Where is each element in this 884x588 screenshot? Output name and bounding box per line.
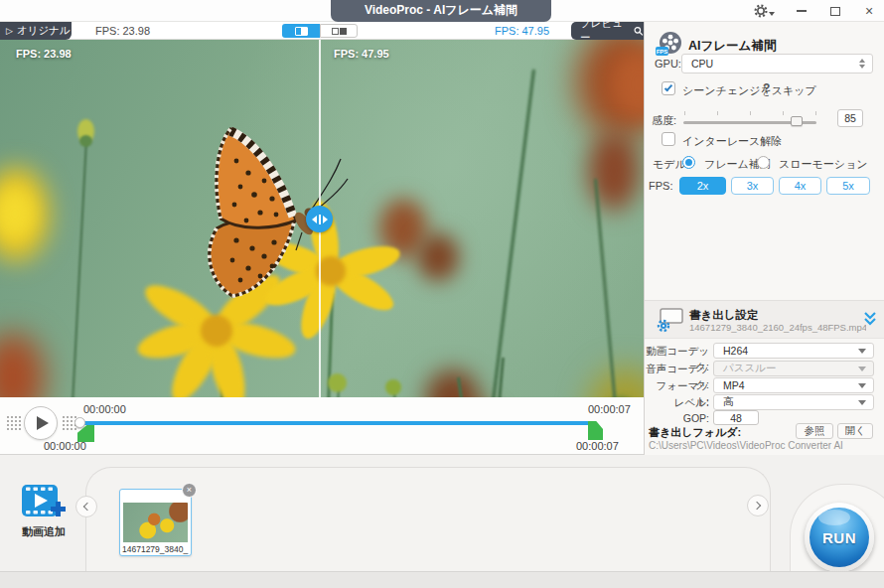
- left-fps-overlay: FPS: 23.98: [16, 48, 72, 60]
- maximize-button[interactable]: [826, 2, 844, 20]
- slider-tick: [783, 111, 784, 115]
- export-settings-header[interactable]: 書き出し設定 14671279_3840_2160_24fps_48FPS.mp…: [645, 301, 884, 339]
- level-select[interactable]: 高: [713, 394, 874, 410]
- play-outline-icon: ▷: [6, 26, 13, 36]
- browse-button[interactable]: 参照: [796, 423, 833, 439]
- checkmark-icon: [664, 83, 672, 92]
- preview-header: ▷ オリジナル FPS: 23.98 FPS: 47.95 プレビュー: [0, 22, 644, 40]
- level-label: レベル:: [645, 394, 709, 410]
- dropdown-arrow-icon: [858, 367, 866, 371]
- close-button[interactable]: ×: [860, 2, 878, 20]
- tab-preview[interactable]: プレビュー: [571, 22, 644, 40]
- expand-double-chevron-icon[interactable]: [863, 311, 877, 327]
- spinner-icon: [859, 59, 865, 69]
- remove-clip-button[interactable]: ×: [182, 483, 197, 498]
- trim-end-handle[interactable]: [588, 421, 603, 440]
- dropdown-arrow-icon: [858, 349, 866, 354]
- minimize-button[interactable]: [793, 2, 810, 20]
- svg-text:FPS: FPS: [657, 49, 668, 55]
- gop-input[interactable]: 48: [713, 410, 759, 425]
- stem: [70, 139, 87, 397]
- close-icon: ×: [187, 485, 192, 495]
- export-filename: 14671279_3840_2160_24fps_48FPS.mp4: [689, 322, 866, 333]
- deinterlace-checkbox[interactable]: [662, 132, 675, 146]
- sensitivity-value-box[interactable]: 85: [837, 109, 863, 127]
- skip-scene-checkbox[interactable]: [662, 81, 675, 95]
- app-window: VideoProc - AIフレーム補間 × ▷ オリジナル FPS: 23.9…: [0, 0, 884, 588]
- help-icon[interactable]: ?: [763, 81, 770, 95]
- scroll-left-button[interactable]: [75, 496, 97, 517]
- bottom-status-strip: [0, 571, 884, 588]
- timeline-bar: 00:00:00 00:00:07 00:00:00 00:00:07: [0, 397, 644, 455]
- play-button[interactable]: [24, 406, 58, 440]
- timeline-end-time-bottom: 00:00:07: [576, 440, 619, 452]
- video-clip-card[interactable]: × 14671279_3840_: [119, 489, 192, 556]
- format-select[interactable]: MP4: [713, 377, 874, 393]
- export-settings-title: 書き出し設定: [689, 308, 759, 323]
- split-view-button[interactable]: [282, 24, 320, 38]
- fps-2x-button[interactable]: 2x: [679, 177, 726, 195]
- timeline-start-time-top: 00:00:00: [83, 403, 126, 415]
- chevron-right-icon: [753, 502, 761, 510]
- drag-handle-grid[interactable]: [6, 415, 21, 432]
- video-preview[interactable]: FPS: 23.98 FPS: 47.95: [0, 40, 644, 397]
- gear-icon: [754, 4, 768, 18]
- add-video-label[interactable]: 動画追加: [16, 524, 72, 539]
- video-codec-select[interactable]: H264: [713, 343, 874, 359]
- model-option-2-label[interactable]: スローモーション: [779, 157, 868, 172]
- flower-bud: [385, 379, 401, 395]
- gop-label: GOP:: [645, 410, 709, 426]
- audio-codec-select[interactable]: パススルー: [713, 361, 874, 376]
- timeline-end-time-top: 00:00:07: [588, 403, 631, 415]
- side-by-side-view-button[interactable]: [320, 24, 358, 38]
- skip-scene-label: シーンチェンジをスキップ: [682, 83, 816, 98]
- model-radio-frame-interpolation[interactable]: [682, 156, 695, 169]
- clip-thumbnail: [123, 503, 188, 542]
- playhead-knob[interactable]: [74, 417, 85, 428]
- stem: [487, 70, 535, 397]
- fps-4x-button[interactable]: 4x: [779, 177, 821, 195]
- window-title: VideoProc - AIフレーム補間: [331, 0, 551, 22]
- add-video-icon: [20, 483, 70, 524]
- output-fps-label: FPS: 47.95: [495, 22, 549, 40]
- split-handle-bar: [319, 215, 321, 224]
- export-settings-icon: [657, 307, 684, 333]
- run-button[interactable]: RUN: [805, 503, 874, 572]
- sensitivity-slider-handle[interactable]: [791, 116, 803, 126]
- slider-tick: [750, 111, 751, 115]
- fps-3x-button[interactable]: 3x: [731, 177, 774, 195]
- original-tab-label: オリジナル: [17, 24, 71, 38]
- settings-panel: FPS AIフレーム補間 GPU: CPU シーンチェンジをスキップ ? 感度:…: [644, 22, 884, 455]
- fps-5x-button[interactable]: 5x: [826, 177, 870, 195]
- media-footer: 動画追加 × 14671279_3840_ RUN: [0, 455, 884, 571]
- settings-gear-button[interactable]: [751, 2, 777, 20]
- model-radio-slow-motion[interactable]: [757, 156, 770, 169]
- maximize-icon: [830, 7, 840, 16]
- fps-label: FPS:: [649, 180, 672, 192]
- source-fps-label: FPS: 23.98: [95, 22, 150, 40]
- chevron-left-icon: [83, 503, 91, 511]
- split-arrow-right-icon: [323, 216, 328, 223]
- flower-blur: [417, 233, 459, 281]
- run-button-gloss: [818, 510, 850, 525]
- flower-bud: [79, 135, 92, 147]
- sensitivity-label: 感度:: [652, 113, 676, 128]
- dropdown-arrow-icon: [858, 383, 866, 388]
- export-folder-label: 書き出しフォルダ:: [649, 425, 741, 440]
- open-button[interactable]: 開く: [837, 423, 873, 439]
- flower-blur: [425, 369, 480, 397]
- slider-tick: [717, 111, 718, 115]
- play-icon: [37, 416, 49, 430]
- gear-caret-icon: [769, 12, 775, 16]
- split-view-icon: [295, 27, 308, 36]
- tab-original[interactable]: ▷ オリジナル: [0, 22, 72, 40]
- split-divider-handle[interactable]: [306, 206, 333, 232]
- gpu-select[interactable]: CPU: [681, 54, 873, 74]
- export-folder-path: C:\Users\PC\Videos\VideoProc Converter A…: [649, 440, 843, 451]
- format-value: MP4: [723, 379, 745, 391]
- scroll-right-button[interactable]: [747, 495, 769, 516]
- gpu-label: GPU:: [655, 58, 681, 70]
- panel-title: AIフレーム補間: [688, 38, 776, 55]
- timeline-track[interactable]: [79, 421, 594, 425]
- close-icon: ×: [865, 4, 873, 18]
